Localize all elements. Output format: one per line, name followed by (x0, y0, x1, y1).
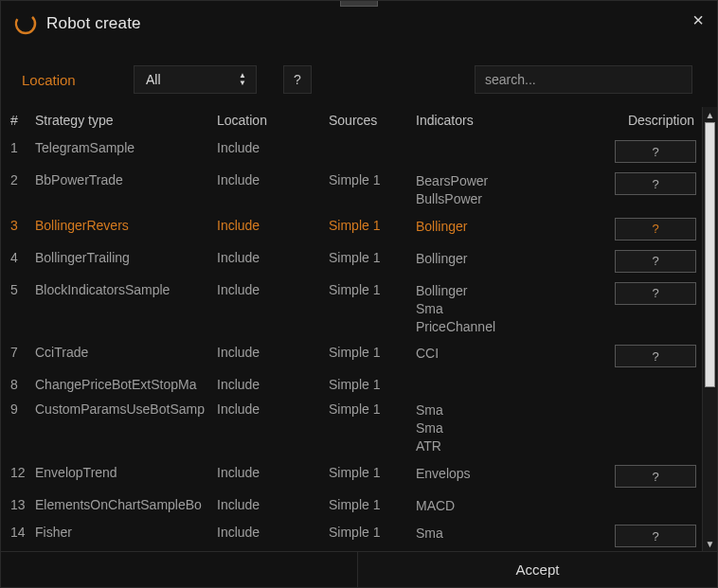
cell-location: Include (213, 277, 325, 341)
scroll-down-icon[interactable]: ▼ (703, 536, 717, 551)
table-row[interactable]: 14FisherIncludeSimple 1Sma? (7, 520, 702, 551)
cell-num: 14 (7, 520, 31, 551)
cell-sources: Simple 1 (325, 168, 412, 213)
indicator-value: PriceChannel (416, 318, 579, 336)
cell-strategy: TelegramSample (31, 135, 213, 168)
col-header-strategy[interactable]: Strategy type (31, 107, 213, 135)
table-row[interactable]: 7CciTradeIncludeSimple 1CCI? (7, 340, 702, 372)
col-header-location[interactable]: Location (213, 107, 325, 135)
location-label: Location (22, 72, 117, 88)
table-row[interactable]: 2BbPowerTradeIncludeSimple 1BearsPowerBu… (7, 168, 702, 213)
cell-num: 5 (7, 277, 31, 341)
select-stepper-icon: ▲▼ (237, 72, 248, 87)
cell-description (583, 372, 702, 397)
indicator-value: Sma (416, 525, 579, 543)
vertical-scrollbar[interactable]: ▲ ▼ (702, 107, 717, 551)
cell-description: ? (583, 168, 702, 213)
cell-indicators: Bollinger (412, 245, 583, 277)
table-row[interactable]: 8ChangePriceBotExtStopMaIncludeSimple 1 (7, 372, 702, 397)
scroll-up-icon[interactable]: ▲ (703, 107, 717, 122)
description-button[interactable]: ? (615, 465, 696, 488)
indicator-value: Sma (416, 419, 579, 437)
description-button[interactable]: ? (615, 250, 696, 273)
cell-description: ? (583, 340, 702, 372)
indicator-value: Envelops (416, 465, 579, 483)
cell-num: 12 (7, 460, 31, 492)
search-input[interactable] (485, 72, 682, 87)
cell-sources: Simple 1 (325, 213, 412, 245)
table-row[interactable]: 12EnvelopTrendIncludeSimple 1Envelops? (7, 460, 702, 492)
cell-sources (325, 135, 412, 168)
cell-strategy: CciTrade (31, 340, 213, 372)
header-row: # Strategy type Location Sources Indicat… (7, 107, 702, 135)
cell-location: Include (213, 397, 325, 460)
description-button[interactable]: ? (615, 345, 696, 367)
cell-location: Include (213, 213, 325, 245)
indicator-value: Bollinger (416, 250, 579, 268)
cell-indicators: BearsPowerBullsPower (412, 168, 583, 213)
cell-indicators: Bollinger (412, 213, 583, 245)
table-row[interactable]: 1TelegramSampleInclude? (7, 135, 702, 168)
cell-strategy: BlockIndicatorsSample (31, 277, 213, 341)
col-header-sources[interactable]: Sources (325, 107, 412, 135)
cell-strategy: ChangePriceBotExtStopMa (31, 372, 213, 397)
cell-location: Include (213, 168, 325, 213)
table-row[interactable]: 5BlockIndicatorsSampleIncludeSimple 1Bol… (7, 277, 702, 341)
cell-indicators: CCI (412, 340, 583, 372)
cell-description (583, 492, 702, 520)
cell-num: 7 (7, 340, 31, 372)
table-row[interactable]: 3BollingerReversIncludeSimple 1Bollinger… (7, 213, 702, 245)
cell-strategy: Fisher (31, 520, 213, 551)
col-header-description[interactable]: Description (583, 107, 702, 135)
cell-sources: Simple 1 (325, 460, 412, 492)
description-button[interactable]: ? (615, 525, 696, 547)
cell-location: Include (213, 460, 325, 492)
grid-area: # Strategy type Location Sources Indicat… (1, 107, 717, 551)
description-button[interactable]: ? (615, 172, 696, 195)
description-button[interactable]: ? (615, 282, 696, 305)
indicator-value: BullsPower (416, 190, 579, 208)
cell-num: 2 (7, 168, 31, 213)
app-logo-icon (14, 12, 37, 35)
cell-description: ? (583, 245, 702, 277)
cell-indicators: BollingerSmaPriceChannel (412, 277, 583, 341)
indicator-value: BearsPower (416, 172, 579, 190)
cell-indicators (412, 135, 583, 168)
cell-strategy: ElementsOnChartSampleBo (31, 492, 213, 520)
title-bar: Robot create × (1, 1, 717, 45)
indicator-value: CCI (416, 345, 579, 363)
accept-button[interactable]: Accept (357, 552, 717, 587)
cell-sources: Simple 1 (325, 372, 412, 397)
cell-indicators: MACD (412, 492, 583, 520)
cell-strategy: BollingerTrailing (31, 245, 213, 277)
cell-strategy: BbPowerTrade (31, 168, 213, 213)
col-header-indicators[interactable]: Indicators (412, 107, 583, 135)
close-icon[interactable]: × (692, 10, 704, 29)
strategy-grid: # Strategy type Location Sources Indicat… (7, 107, 702, 551)
cell-location: Include (213, 520, 325, 551)
description-button[interactable]: ? (615, 140, 696, 163)
cell-num: 13 (7, 492, 31, 520)
cell-location: Include (213, 245, 325, 277)
table-row[interactable]: 4BollingerTrailingIncludeSimple 1Bolling… (7, 245, 702, 277)
cell-num: 8 (7, 372, 31, 397)
cell-strategy: EnvelopTrend (31, 460, 213, 492)
window-title: Robot create (46, 14, 141, 33)
search-field-wrap (475, 65, 692, 94)
col-header-num[interactable]: # (7, 107, 31, 135)
description-button[interactable]: ? (615, 218, 696, 241)
cell-num: 1 (7, 135, 31, 168)
table-row[interactable]: 9CustomParamsUseBotSampIncludeSimple 1Sm… (7, 397, 702, 460)
help-button[interactable]: ? (283, 65, 312, 94)
scroll-thumb[interactable] (705, 122, 715, 387)
cell-sources: Simple 1 (325, 245, 412, 277)
cell-description (583, 397, 702, 460)
cell-indicators (412, 372, 583, 397)
cell-location: Include (213, 340, 325, 372)
location-select[interactable]: All ▲▼ (134, 65, 257, 94)
cell-strategy: BollingerRevers (31, 213, 213, 245)
cell-indicators: Envelops (412, 460, 583, 492)
table-row[interactable]: 13ElementsOnChartSampleBoIncludeSimple 1… (7, 492, 702, 520)
cell-description: ? (583, 213, 702, 245)
scroll-track[interactable] (703, 122, 717, 536)
